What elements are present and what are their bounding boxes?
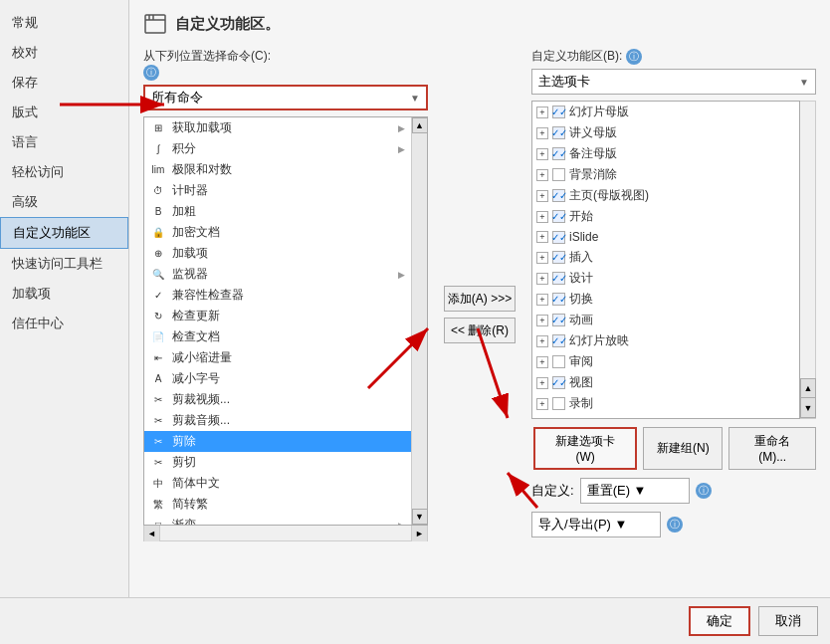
sidebar-item-save[interactable]: 保存: [0, 68, 128, 98]
left-scrollbar[interactable]: ▲ ▼: [411, 117, 427, 525]
right-tree-item[interactable]: +✓开发工具: [532, 414, 799, 418]
left-list-item[interactable]: 🔒加密文档: [144, 222, 411, 243]
new-group-button[interactable]: 新建组(N): [643, 427, 723, 470]
left-list-item[interactable]: ✂剪裁视频...: [144, 389, 411, 410]
tree-expand-btn[interactable]: +: [536, 377, 548, 389]
tree-checkbox[interactable]: ✓: [552, 126, 565, 139]
scroll-down-btn[interactable]: ▼: [412, 509, 428, 525]
left-list-item[interactable]: ✂剪切: [144, 452, 411, 473]
right-tree-item[interactable]: +✓主页(母版视图): [532, 185, 799, 206]
left-list-item[interactable]: ✂剪除: [144, 431, 411, 452]
right-tree-item[interactable]: +✓幻灯片放映: [532, 330, 799, 351]
left-list-item[interactable]: □渐变▶: [144, 515, 411, 525]
sidebar-item-trust-center[interactable]: 信任中心: [0, 309, 128, 338]
left-list-item[interactable]: A减小字号: [144, 368, 411, 389]
right-tree-item[interactable]: +✓插入: [532, 247, 799, 268]
left-list-item[interactable]: 繁简转繁: [144, 494, 411, 515]
tree-expand-btn[interactable]: +: [536, 273, 548, 285]
left-listbox[interactable]: ⊞获取加载项▶∫积分▶lim极限和对数⏱计时器B加粗🔒加密文档⊕加载项🔍监视器▶…: [144, 117, 411, 525]
left-dropdown[interactable]: 所有命令 ▼: [143, 85, 428, 110]
tree-expand-btn[interactable]: +: [536, 252, 548, 264]
right-tree-item[interactable]: +✓动画: [532, 310, 799, 330]
ok-button[interactable]: 确定: [689, 606, 750, 636]
left-list-item[interactable]: ∫积分▶: [144, 138, 411, 159]
tree-expand-btn[interactable]: +: [536, 315, 548, 326]
right-tree-item[interactable]: +✓切换: [532, 289, 799, 310]
tree-expand-btn[interactable]: +: [536, 294, 548, 306]
tree-expand-btn[interactable]: +: [536, 356, 548, 368]
tree-expand-btn[interactable]: +: [536, 335, 548, 347]
tree-expand-btn[interactable]: +: [536, 148, 548, 160]
sidebar-item-proofing[interactable]: 校对: [0, 38, 128, 68]
right-tree-item[interactable]: +✓幻灯片母版: [532, 102, 799, 122]
scroll-up-btn[interactable]: ▲: [412, 117, 428, 133]
right-info-icon[interactable]: ⓘ: [626, 49, 642, 65]
import-export-info-icon[interactable]: ⓘ: [667, 517, 683, 533]
right-tree-item[interactable]: +背景消除: [532, 164, 799, 185]
left-list-item[interactable]: ⇤减小缩进量: [144, 347, 411, 368]
left-hscrollbar[interactable]: ◄ ►: [143, 526, 428, 541]
reset-dropdown[interactable]: 重置(E) ▼: [580, 478, 690, 504]
right-dropdown[interactable]: 主选项卡 ▼: [531, 69, 816, 95]
tree-checkbox[interactable]: ✓: [552, 293, 565, 306]
remove-button[interactable]: << 删除(R): [444, 318, 516, 343]
right-listbox[interactable]: +✓幻灯片母版+✓讲义母版+✓备注母版+背景消除+✓主页(母版视图)+✓开始+✓…: [532, 102, 799, 418]
left-list-item[interactable]: 中简体中文: [144, 473, 411, 494]
tree-checkbox[interactable]: ✓: [552, 314, 565, 326]
hscroll-left-btn[interactable]: ◄: [144, 526, 160, 541]
sidebar-item-layout[interactable]: 版式: [0, 98, 128, 127]
hscroll-right-btn[interactable]: ►: [411, 526, 427, 541]
rename-button[interactable]: 重命名(M)...: [728, 427, 816, 470]
left-list-item[interactable]: 📄检查文档: [144, 326, 411, 347]
tree-expand-btn[interactable]: +: [536, 398, 548, 410]
left-list-item[interactable]: ⊕加载项: [144, 243, 411, 264]
tree-checkbox[interactable]: [552, 355, 565, 368]
tree-checkbox[interactable]: [552, 397, 565, 410]
left-list-item[interactable]: ↻检查更新: [144, 306, 411, 326]
right-tree-item[interactable]: +✓讲义母版: [532, 122, 799, 143]
tree-expand-btn[interactable]: +: [536, 127, 548, 139]
sidebar-item-customize-ribbon[interactable]: 自定义功能区: [0, 217, 128, 249]
right-tree-item[interactable]: +✓视图: [532, 372, 799, 393]
left-list-item[interactable]: ✂剪裁音频...: [144, 410, 411, 431]
tree-checkbox[interactable]: ✓: [552, 251, 565, 264]
sidebar-item-language[interactable]: 语言: [0, 127, 128, 157]
left-list-item[interactable]: ✓兼容性检查器: [144, 285, 411, 306]
tree-expand-btn[interactable]: +: [536, 190, 548, 202]
add-button[interactable]: 添加(A) >>>: [444, 286, 516, 312]
left-list-item[interactable]: 🔍监视器▶: [144, 264, 411, 285]
left-list-item[interactable]: lim极限和对数: [144, 159, 411, 180]
right-tree-item[interactable]: +✓开始: [532, 206, 799, 227]
tree-checkbox[interactable]: ✓: [552, 189, 565, 202]
customize-info-icon[interactable]: ⓘ: [696, 483, 712, 499]
right-up-btn[interactable]: ▲: [800, 378, 816, 398]
new-tab-button[interactable]: 新建选项卡(W): [533, 427, 637, 470]
sidebar-item-addins[interactable]: 加载项: [0, 279, 128, 309]
sidebar-item-general[interactable]: 常规: [0, 8, 128, 38]
left-list-item[interactable]: B加粗: [144, 201, 411, 222]
right-down-btn[interactable]: ▼: [800, 398, 816, 418]
tree-checkbox[interactable]: ✓: [552, 272, 565, 285]
left-info-icon[interactable]: ⓘ: [143, 65, 159, 81]
sidebar-item-quick-access[interactable]: 快速访问工具栏: [0, 249, 128, 279]
right-tree-item[interactable]: +审阅: [532, 351, 799, 372]
sidebar-item-accessibility[interactable]: 轻松访问: [0, 157, 128, 187]
tree-checkbox[interactable]: [552, 168, 565, 181]
tree-checkbox[interactable]: ✓: [552, 147, 565, 160]
tree-checkbox[interactable]: ✓: [552, 231, 565, 244]
right-tree-item[interactable]: +✓备注母版: [532, 143, 799, 164]
tree-expand-btn[interactable]: +: [536, 169, 548, 181]
right-tree-item[interactable]: +✓iSlide: [532, 227, 799, 247]
cancel-button[interactable]: 取消: [758, 606, 818, 636]
right-tree-item[interactable]: +录制: [532, 393, 799, 414]
tree-checkbox[interactable]: ✓: [552, 376, 565, 389]
tree-checkbox[interactable]: ✓: [552, 334, 565, 347]
left-list-item[interactable]: ⏱计时器: [144, 180, 411, 201]
right-tree-item[interactable]: +✓设计: [532, 268, 799, 289]
left-list-item[interactable]: ⊞获取加载项▶: [144, 117, 411, 138]
tree-checkbox[interactable]: ✓: [552, 210, 565, 223]
import-export-dropdown[interactable]: 导入/导出(P) ▼: [531, 512, 661, 537]
tree-expand-btn[interactable]: +: [536, 107, 548, 118]
sidebar-item-advanced[interactable]: 高级: [0, 187, 128, 217]
tree-expand-btn[interactable]: +: [536, 231, 548, 243]
